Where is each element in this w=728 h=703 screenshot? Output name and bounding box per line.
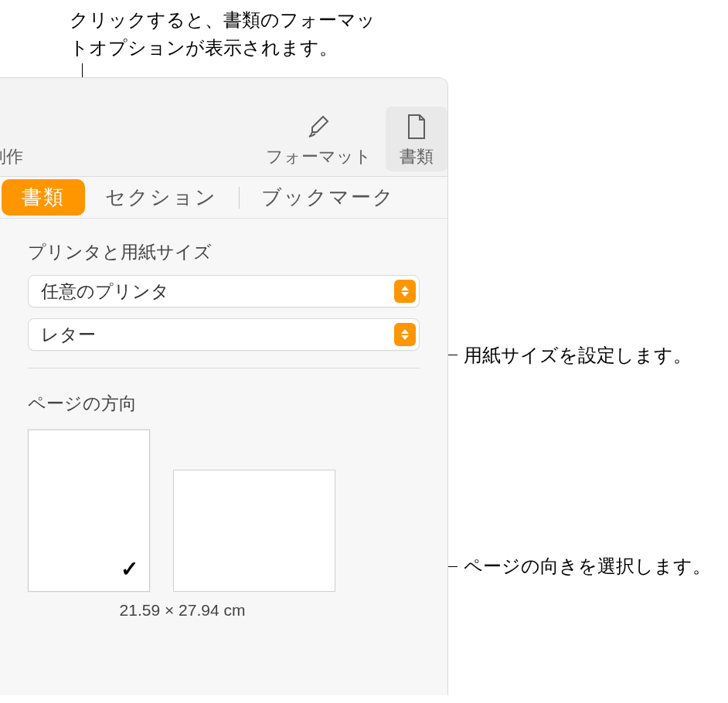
tab-strip: 書類 セクション ブックマーク xyxy=(0,177,447,219)
document-inspector-panel: 制作 フォーマット 書類 書類 セクション ブ xyxy=(0,77,448,695)
toolbar-label: 制作 xyxy=(0,145,23,168)
section-title-orientation: ページの方向 xyxy=(28,392,420,416)
toolbar-item-format[interactable]: フォーマット xyxy=(252,107,386,172)
panel-content: プリンタと用紙サイズ 任意のプリンタ レター ページの方向 ✓ 21.59 × … xyxy=(0,219,447,620)
section-title-printer-paper: プリンタと用紙サイズ xyxy=(28,240,420,264)
tab-section[interactable]: セクション xyxy=(85,179,237,216)
orientation-options: ✓ xyxy=(28,430,420,592)
toolbar-item-document[interactable]: 書類 xyxy=(386,107,447,172)
toolbar-label: フォーマット xyxy=(266,145,372,168)
tab-separator xyxy=(239,187,240,209)
callout-paper-size: 用紙サイズを設定します。 xyxy=(464,341,692,369)
orientation-portrait[interactable]: ✓ xyxy=(28,430,150,592)
document-icon xyxy=(406,111,427,142)
tab-document[interactable]: 書類 xyxy=(2,179,85,216)
paper-size-popup-value: レター xyxy=(41,323,96,347)
toolbar-label: 書類 xyxy=(400,145,434,168)
chevron-up-down-icon xyxy=(394,323,416,346)
paintbrush-icon xyxy=(306,111,332,142)
tab-bookmark[interactable]: ブックマーク xyxy=(241,179,415,216)
callout-orientation: ページの向きを選択します。 xyxy=(464,552,711,580)
page-dimensions-label: 21.59 × 27.94 cm xyxy=(28,601,337,620)
check-icon: ✓ xyxy=(121,556,138,582)
chevron-up-down-icon xyxy=(394,280,416,303)
divider xyxy=(28,368,420,368)
toolbar-item-collaborate[interactable]: 制作 xyxy=(0,107,37,172)
printer-popup-value: 任意のプリンタ xyxy=(41,280,169,304)
printer-popup[interactable]: 任意のプリンタ xyxy=(28,275,420,307)
callout-format-options: クリックすると、書類のフォーマットオプションが表示されます。 xyxy=(70,6,394,62)
toolbar: 制作 フォーマット 書類 xyxy=(0,78,447,177)
orientation-landscape[interactable] xyxy=(173,470,335,592)
collaborate-icon xyxy=(0,111,23,142)
paper-size-popup[interactable]: レター xyxy=(28,318,420,351)
